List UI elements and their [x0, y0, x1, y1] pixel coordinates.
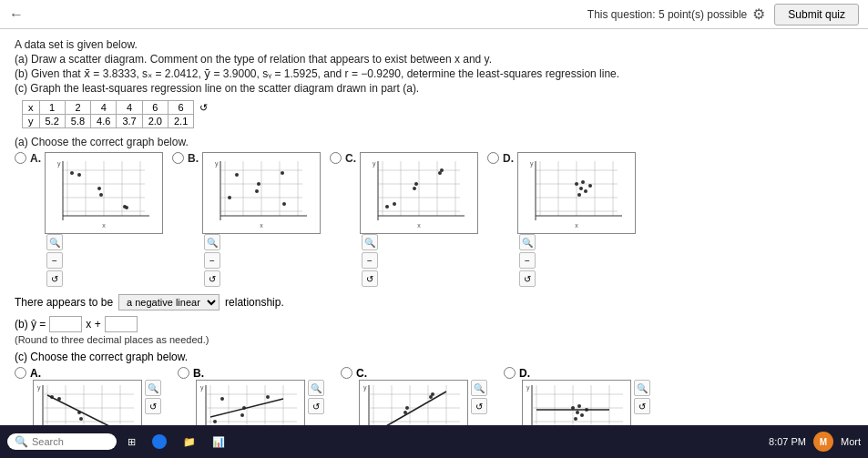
user-initial: M: [820, 437, 827, 447]
taskbar-windows-icon[interactable]: ⊞: [122, 434, 141, 450]
svg-point-49: [385, 205, 389, 209]
radio-graph-c-d[interactable]: [504, 367, 516, 379]
graph-box-c-a: x y: [33, 380, 142, 425]
graph-icons-d: 🔍 − ↺: [519, 234, 636, 287]
gear-icon[interactable]: ⚙: [752, 5, 765, 23]
zoom-out-icon-d[interactable]: −: [519, 252, 536, 269]
graph-a-label: A.: [30, 152, 41, 165]
taskbar-folder-icon[interactable]: 📁: [178, 434, 201, 450]
zoom-out-icon-c[interactable]: −: [362, 252, 378, 269]
reset-c-d[interactable]: ↺: [634, 398, 650, 414]
svg-point-73: [588, 184, 592, 188]
intercept-input[interactable]: [105, 316, 138, 332]
reset-c-c[interactable]: ↺: [471, 398, 487, 414]
reset-icon-a[interactable]: ↺: [46, 270, 63, 287]
svg-point-51: [413, 187, 416, 190]
slope-input[interactable]: [49, 316, 82, 332]
browser-icon: [152, 434, 167, 449]
search-input[interactable]: [32, 436, 105, 447]
scatter-c-svg-b: x y: [197, 381, 306, 425]
zoom-in-c-c[interactable]: 🔍: [471, 380, 487, 396]
graph-options-a: A.: [15, 152, 853, 287]
user-name: Mort: [841, 436, 861, 447]
scatter-svg-d: x y: [526, 157, 627, 229]
svg-point-145: [577, 404, 581, 408]
radio-graph-b[interactable]: [172, 152, 184, 164]
svg-text:x: x: [260, 222, 263, 229]
data-table: x 1 2 4 4 6 6 ↺ y 5.2 5.8 4.6 3.7 2.0 2.…: [22, 100, 214, 128]
zoom-in-c-d[interactable]: 🔍: [634, 380, 650, 396]
table-cell: 4.6: [91, 115, 117, 128]
radio-graph-c-b[interactable]: [178, 367, 189, 379]
zoom-in-icon-b[interactable]: 🔍: [204, 234, 220, 250]
svg-point-105: [213, 420, 217, 423]
radio-graph-a[interactable]: [15, 152, 26, 164]
windows-icon: ⊞: [128, 436, 136, 448]
zoom-in-c-b[interactable]: 🔍: [308, 380, 324, 396]
top-bar-left: ←: [9, 6, 24, 23]
graph-option-c-c-inner: C.: [341, 367, 367, 380]
zoom-out-icon-b[interactable]: −: [204, 252, 220, 269]
zoom-in-c-a[interactable]: 🔍: [145, 380, 161, 396]
taskbar-browser-icon[interactable]: [147, 433, 172, 451]
graph-option-c-d-inner: D.: [504, 367, 530, 380]
table-cell: 2: [65, 101, 90, 115]
graph-icons-b: 🔍 − ↺: [204, 234, 321, 287]
user-avatar[interactable]: M: [813, 432, 833, 452]
graph-c-a-label: A.: [30, 367, 41, 380]
graph-option-c-a-inner: A.: [15, 367, 41, 380]
scatter-c-svg-d: x y: [523, 381, 632, 425]
svg-point-144: [576, 411, 579, 414]
relationship-prefix: There appears to be: [15, 296, 113, 309]
graph-box-c-c: x y: [359, 380, 468, 425]
equation-row: (b) ŷ = x +: [15, 316, 853, 332]
relationship-select[interactable]: a negative linear a positive linear no a…: [118, 294, 220, 310]
svg-point-71: [577, 193, 581, 197]
graph-b-label: B.: [188, 152, 199, 165]
reset-icon-b[interactable]: ↺: [204, 270, 220, 287]
table-cell: 6: [168, 101, 193, 115]
table-cell: 4: [91, 101, 117, 115]
radio-graph-c-a[interactable]: [15, 367, 26, 379]
graph-d-label: D.: [503, 152, 514, 165]
zoom-in-icon-a[interactable]: 🔍: [46, 234, 63, 250]
svg-point-52: [414, 182, 418, 186]
zoom-out-icon-a[interactable]: −: [46, 252, 63, 269]
equation-middle: x +: [86, 318, 100, 331]
intro-text: A data set is given below.: [15, 38, 853, 51]
part-b-instruction: (b) Given that x̄ = 3.8333, sₓ = 2.0412,…: [15, 67, 853, 80]
reset-c-a[interactable]: ↺: [145, 398, 161, 414]
taskbar-search-box[interactable]: 🔍: [7, 433, 117, 450]
reset-c-b[interactable]: ↺: [308, 398, 324, 414]
radio-graph-c[interactable]: [330, 152, 342, 164]
graph-icons-a: 🔍 − ↺: [46, 234, 163, 287]
table-refresh-icon[interactable]: ↺: [194, 101, 214, 115]
radio-graph-c-c[interactable]: [341, 367, 352, 379]
graph-icons-c: 🔍 − ↺: [362, 234, 478, 287]
table-cell: 5.2: [39, 115, 65, 128]
submit-quiz-button[interactable]: Submit quiz: [774, 4, 859, 25]
svg-point-107: [240, 413, 244, 417]
zoom-in-icon-d[interactable]: 🔍: [519, 234, 536, 250]
reset-icon-c[interactable]: ↺: [362, 270, 378, 287]
top-bar: ← This question: 5 point(s) possible ⚙ S…: [0, 0, 868, 29]
radio-graph-d[interactable]: [487, 152, 499, 164]
zoom-in-icon-c[interactable]: 🔍: [362, 234, 378, 250]
reset-icon-d[interactable]: ↺: [519, 270, 536, 287]
taskbar-app-icon[interactable]: 📊: [207, 434, 230, 450]
svg-point-11: [70, 171, 74, 175]
svg-text:y: y: [215, 160, 219, 168]
svg-point-32: [255, 189, 259, 193]
back-button[interactable]: ←: [9, 6, 24, 23]
graph-box-c: x y: [360, 152, 478, 234]
table-header-x: x: [23, 101, 40, 115]
svg-point-12: [77, 173, 81, 177]
svg-point-72: [584, 189, 587, 193]
graph-box-a: x y: [45, 152, 163, 234]
svg-point-69: [579, 187, 583, 190]
svg-point-129: [431, 392, 434, 396]
folder-icon: 📁: [183, 436, 196, 448]
svg-text:y: y: [37, 384, 41, 392]
scatter-c-svg-a: x y: [34, 381, 143, 425]
graph-option-c: C.: [330, 152, 478, 287]
